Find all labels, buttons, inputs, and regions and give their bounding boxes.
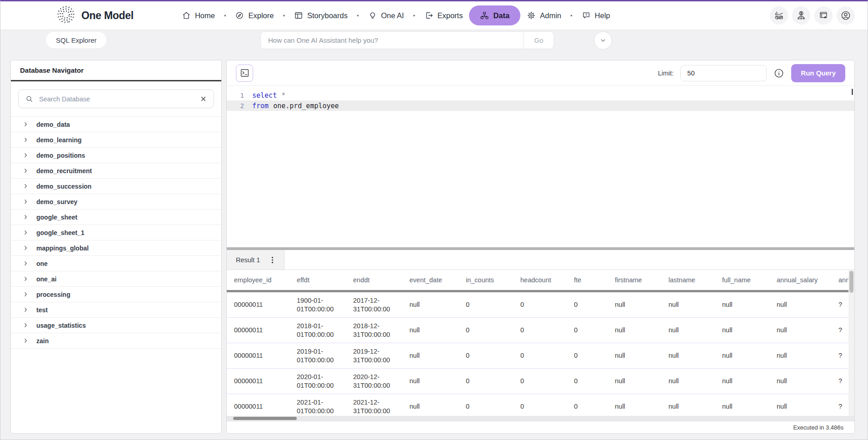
- nav-item-admin[interactable]: Admin: [520, 5, 568, 25]
- schema-tree-item[interactable]: processing: [11, 287, 221, 302]
- table-cell: null: [402, 300, 459, 309]
- schema-tree-item[interactable]: one: [11, 256, 221, 271]
- database-navigator-title: Database Navigator: [11, 60, 221, 81]
- chevron-right-icon: [23, 183, 29, 189]
- chevron-right-icon: [23, 137, 29, 143]
- chevron-right-icon: [23, 230, 29, 235]
- nav-right-actions: [770, 6, 855, 25]
- code-line-2: 2 from one.prd_employee: [227, 100, 854, 111]
- table-cell: null: [769, 326, 831, 334]
- schema-tree-item[interactable]: demo_recruitment: [11, 163, 221, 179]
- schema-tree-item[interactable]: demo_survey: [11, 194, 221, 210]
- nav-item-one-ai[interactable]: One AI: [362, 5, 410, 25]
- results-grid: employee_id effdt enddt event_date in_co…: [227, 270, 854, 416]
- gear-icon: [527, 11, 536, 20]
- table-cell: 0: [459, 377, 513, 385]
- schema-tree-item[interactable]: google_sheet_1: [11, 225, 221, 240]
- column-header: full_name: [715, 276, 769, 284]
- sql-explorer-tab[interactable]: SQL Explorer: [46, 32, 106, 48]
- schema-name: demo_data: [36, 121, 70, 128]
- schema-name: demo_recruitment: [36, 167, 92, 175]
- nav-item-help[interactable]: ? Help: [575, 5, 617, 25]
- editor-scrollbar-thumb[interactable]: [852, 89, 853, 95]
- schema-tree-item[interactable]: demo_succession: [11, 179, 221, 194]
- profile-button[interactable]: [837, 6, 855, 25]
- nav-item-home[interactable]: Home: [175, 5, 221, 25]
- nav-item-explore[interactable]: Explore: [229, 5, 280, 25]
- table-cell: 0: [567, 402, 608, 410]
- chevron-right-icon: [23, 152, 29, 158]
- results-horizontal-scrollbar[interactable]: [227, 416, 854, 421]
- table-cell: null: [661, 402, 715, 410]
- table-cell: 0: [459, 300, 513, 309]
- sql-keyword: select: [252, 91, 277, 100]
- table-cell: 0: [513, 326, 567, 334]
- table-row[interactable]: 00000011 2019-01-01T00:00:00 2019-12-31T…: [227, 343, 854, 369]
- storyboard-favorite-button[interactable]: [814, 6, 833, 25]
- results-vertical-scrollbar[interactable]: [848, 270, 854, 416]
- code-line-1: 1 select *: [227, 90, 854, 100]
- limit-info-button[interactable]: [773, 68, 784, 79]
- vertical-scrollbar-thumb[interactable]: [849, 271, 853, 293]
- nav-separator-dot: •: [221, 12, 229, 19]
- schema-tree-item[interactable]: zain: [11, 333, 221, 349]
- table-row[interactable]: 00000011 2021-01-01T00:00:00 2021-12-31T…: [227, 394, 854, 416]
- table-cell: null: [608, 300, 661, 309]
- editor-toolbar: Limit: Run Query: [227, 60, 854, 86]
- schema-tree-item[interactable]: demo_positions: [11, 148, 221, 163]
- clear-search-button[interactable]: [200, 95, 207, 103]
- table-cell: 2019-01-01T00:00:00: [289, 347, 346, 364]
- table-cell: null: [402, 402, 459, 410]
- table-cell: 0: [567, 326, 608, 334]
- schema-tree-item[interactable]: demo_data: [11, 117, 221, 132]
- table-cell: null: [769, 300, 831, 309]
- table-cell: 2020-01-01T00:00:00: [289, 373, 346, 389]
- schema-tree-item[interactable]: demo_learning: [11, 132, 221, 148]
- horizontal-scrollbar-thumb[interactable]: [233, 417, 297, 420]
- logo-text: One Model: [81, 10, 134, 22]
- nav-item-storyboards[interactable]: Storyboards: [288, 5, 354, 25]
- nav-item-exports[interactable]: Exports: [418, 5, 469, 25]
- table-cell: 2021-12-31T00:00:00: [346, 398, 402, 415]
- table-row[interactable]: 00000011 2018-01-01T00:00:00 2018-12-31T…: [227, 318, 854, 343]
- schema-name: demo_positions: [36, 152, 85, 159]
- result-tab-menu-button[interactable]: [269, 256, 276, 264]
- table-row[interactable]: 00000011 2020-01-01T00:00:00 2020-12-31T…: [227, 369, 854, 394]
- result-tab[interactable]: Result 1: [227, 250, 284, 270]
- table-cell: null: [715, 377, 769, 385]
- assistant-input[interactable]: [261, 32, 524, 49]
- sql-token: one.prd_employee: [273, 102, 339, 110]
- sql-code-editor[interactable]: 1 select * 2 from one.prd_employee: [227, 86, 854, 247]
- schema-tree-item[interactable]: one_ai: [11, 271, 221, 287]
- limit-input[interactable]: [680, 65, 767, 81]
- table-cell: 0: [459, 402, 513, 410]
- table-cell: 1900-01-01T00:00:00: [289, 296, 346, 313]
- results-body: 00000011 1900-01-01T00:00:00 2017-12-31T…: [227, 292, 854, 416]
- nav-item-data[interactable]: Data: [469, 5, 520, 25]
- table-cell: 0: [567, 351, 608, 360]
- assistant-go-button[interactable]: Go: [524, 32, 554, 49]
- schema-tree-item[interactable]: mappings_global: [11, 240, 221, 256]
- console-mode-button[interactable]: [236, 65, 253, 82]
- org-user-shortcut-button[interactable]: [792, 6, 810, 25]
- database-search-input[interactable]: [39, 95, 194, 103]
- result-tab-label: Result 1: [236, 256, 260, 264]
- table-row[interactable]: 00000011 1900-01-01T00:00:00 2017-12-31T…: [227, 292, 854, 318]
- one-model-logo[interactable]: One Model: [56, 5, 134, 26]
- run-query-button[interactable]: Run Query: [791, 64, 845, 82]
- table-cell: null: [608, 351, 661, 360]
- sql-editor-panel: Limit: Run Query 1 select * 2 from: [226, 60, 855, 434]
- assistant-expand-button[interactable]: [594, 31, 612, 50]
- table-cell: 0: [567, 300, 608, 309]
- schema-name: google_sheet_1: [36, 229, 85, 236]
- schema-tree-item[interactable]: test: [11, 302, 221, 318]
- table-cell: null: [715, 351, 769, 360]
- schema-tree-item[interactable]: google_sheet: [11, 210, 221, 225]
- line-number: 2: [227, 102, 252, 110]
- analytics-shortcut-button[interactable]: [770, 6, 788, 25]
- table-cell: 0: [513, 402, 567, 410]
- table-cell: 0: [459, 351, 513, 360]
- table-cell: null: [715, 300, 769, 309]
- schema-tree-item[interactable]: usage_statistics: [11, 318, 221, 333]
- schema-name: one_ai: [36, 275, 56, 283]
